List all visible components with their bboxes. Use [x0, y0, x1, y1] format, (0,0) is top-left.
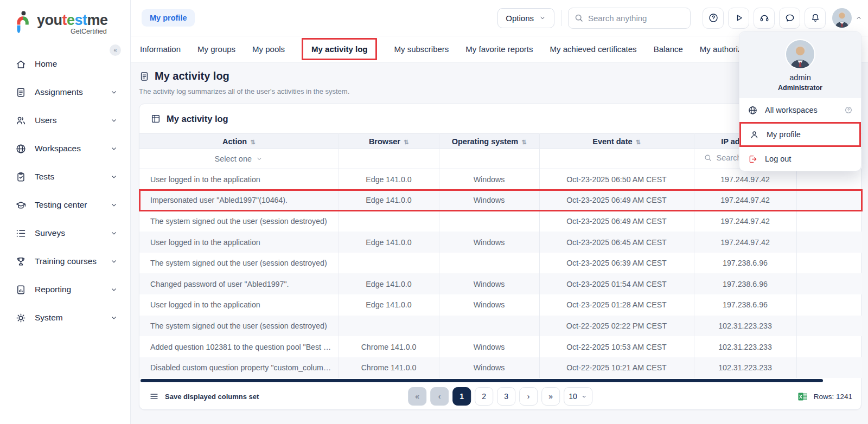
table-row[interactable]: User logged in to the application Edge 1…: [139, 232, 862, 253]
tab-information[interactable]: Information: [140, 44, 181, 54]
tab-my-pools[interactable]: My pools: [252, 44, 285, 54]
home-icon: [15, 59, 27, 70]
page-size-select[interactable]: 10: [564, 387, 592, 406]
sidebar-item-system[interactable]: System: [0, 304, 130, 332]
sidebar-nav: Home Assignments Users Workspaces Tests …: [0, 50, 130, 332]
help-button[interactable]: [703, 8, 724, 29]
menu-item-log-out[interactable]: Log out: [739, 147, 861, 171]
cell-action: Disabled custom question property "custo…: [139, 357, 339, 378]
cell-ip-address: 197.238.6.96: [694, 294, 796, 316]
tab-balance[interactable]: Balance: [654, 44, 683, 54]
table-row[interactable]: The system signed out the user (session …: [139, 253, 862, 274]
sidebar-item-label: Assignments: [35, 87, 83, 97]
sort-icon[interactable]: ⇅: [404, 139, 409, 145]
topbar-icon-buttons: [698, 8, 826, 29]
sidebar-item-assignments[interactable]: Assignments: [0, 78, 130, 106]
column-header-label: Operating system: [452, 137, 519, 146]
bell-button[interactable]: [805, 8, 826, 29]
play-button[interactable]: [728, 8, 749, 29]
page-3-button[interactable]: 3: [497, 387, 515, 406]
column-search-filter[interactable]: Search: [704, 153, 742, 162]
globe-icon: [748, 105, 758, 115]
cell-os: Windows: [439, 273, 539, 294]
tab-my-groups[interactable]: My groups: [197, 44, 235, 54]
cell-os: Windows: [439, 294, 539, 316]
last-page-button[interactable]: »: [541, 387, 560, 406]
next-page-button[interactable]: ›: [519, 387, 538, 406]
chevron-up-icon[interactable]: [855, 14, 863, 22]
sidebar-item-training-courses[interactable]: Training courses: [0, 247, 130, 275]
topbar: My profile Options: [131, 0, 868, 36]
tab-my-achieved-certificates[interactable]: My achieved certificates: [550, 44, 637, 54]
page-1-button[interactable]: 1: [452, 387, 471, 406]
menu-item-all-workspaces[interactable]: All workspaces: [739, 98, 861, 122]
sort-icon[interactable]: ⇅: [636, 139, 641, 145]
cell-os: [439, 316, 539, 337]
cell-extra: [796, 169, 862, 190]
sidebar-item-reporting[interactable]: Reporting: [0, 275, 130, 304]
cell-os: Windows: [439, 336, 539, 357]
table-row[interactable]: User logged in to the application Edge 1…: [139, 294, 862, 316]
sidebar-item-label: Workspaces: [35, 144, 81, 153]
cell-event-date: Oct-23-2025 01:28 AM CEST: [539, 294, 694, 316]
cell-browser: [339, 253, 439, 274]
column-header-browser[interactable]: Browser⇅: [339, 134, 439, 149]
table-row[interactable]: Added question 102381 to the question po…: [139, 336, 862, 357]
first-page-button[interactable]: «: [408, 387, 426, 406]
cell-action: The system signed out the user (session …: [139, 211, 339, 232]
cell-os: Windows: [439, 232, 539, 253]
table-row[interactable]: User logged in to the application Edge 1…: [139, 169, 862, 190]
cell-event-date: Oct-23-2025 06:49 AM CEST: [539, 211, 694, 232]
column-header-action[interactable]: Action⇅: [139, 134, 339, 149]
tab-my-subscribers[interactable]: My subscribers: [394, 44, 449, 54]
sidebar-item-workspaces[interactable]: Workspaces: [0, 134, 130, 163]
horizontal-scrollbar[interactable]: [139, 378, 861, 383]
tab-my-favorite-reports[interactable]: My favorite reports: [465, 44, 533, 54]
search-input[interactable]: [568, 8, 691, 29]
save-columns-button[interactable]: Save displayed columns set: [149, 391, 259, 401]
table-row[interactable]: The system signed out the user (session …: [139, 316, 862, 337]
user-name: admin: [745, 73, 856, 82]
table-row[interactable]: Changed password of user "Abled1997". Ed…: [139, 273, 862, 294]
sort-icon[interactable]: ⇅: [250, 139, 255, 145]
table-row[interactable]: Disabled custom question property "custo…: [139, 357, 862, 378]
cell-ip-address: 197.244.97.42: [694, 232, 796, 253]
sidebar-item-surveys[interactable]: Surveys: [0, 219, 130, 247]
column-header-operating-system[interactable]: Operating system⇅: [439, 134, 539, 149]
cell-os: Windows: [439, 357, 539, 378]
table-row-highlighted[interactable]: Impersonated user "Abled1997"(10464). Ed…: [139, 190, 862, 211]
cell-event-date: Oct-23-2025 01:54 AM CEST: [539, 273, 694, 294]
cell-browser: Edge 141.0.0: [339, 232, 439, 253]
cell-browser: [339, 211, 439, 232]
sidebar-collapse-button[interactable]: «: [110, 44, 121, 56]
excel-export-icon[interactable]: [797, 391, 808, 402]
chat-button[interactable]: [779, 8, 800, 29]
cell-event-date: Oct-23-2025 06:45 AM CEST: [539, 232, 694, 253]
cell-ip-address: 197.238.6.96: [694, 273, 796, 294]
cell-event-date: Oct-22-2025 10:21 AM CEST: [539, 357, 694, 378]
breadcrumb[interactable]: My profile: [142, 9, 195, 27]
page-title: My activity log: [155, 70, 229, 82]
sidebar-item-testing-center[interactable]: Testing center: [0, 191, 130, 219]
options-button[interactable]: Options: [497, 8, 554, 28]
sort-icon[interactable]: ⇅: [521, 139, 526, 145]
page-2-button[interactable]: 2: [475, 387, 493, 406]
prev-page-button[interactable]: ‹: [430, 387, 449, 406]
column-header-event-date[interactable]: Event date⇅: [539, 134, 694, 149]
tab-my-activity-log[interactable]: My activity log: [302, 38, 377, 60]
topbar-divider: [561, 10, 561, 26]
youtestme-logo[interactable]: youtestme GetCertified: [14, 11, 120, 36]
scrollbar-thumb[interactable]: [141, 379, 823, 382]
user-avatar-button[interactable]: [832, 8, 852, 28]
cell-extra: [796, 316, 862, 337]
chevron-down-icon: [539, 14, 546, 22]
search-icon: [704, 153, 712, 162]
sidebar-item-users[interactable]: Users: [0, 106, 130, 134]
menu-item-my-profile[interactable]: My profile: [739, 122, 861, 147]
table-row[interactable]: The system signed out the user (session …: [139, 211, 862, 232]
cell-action: User logged in to the application: [139, 169, 339, 190]
sidebar-item-tests[interactable]: Tests: [0, 163, 130, 191]
action-filter-select[interactable]: Select one: [214, 155, 263, 163]
cell-os: [439, 211, 539, 232]
headset-button[interactable]: [754, 8, 775, 29]
